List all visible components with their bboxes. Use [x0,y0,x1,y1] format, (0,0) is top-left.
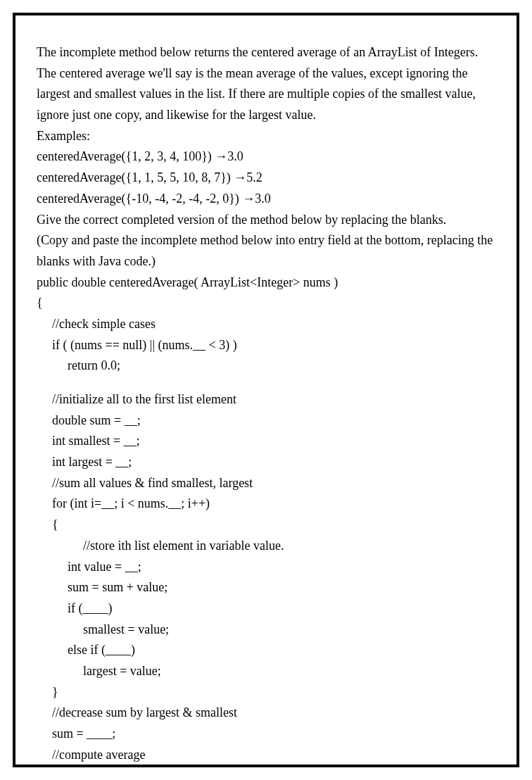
method-signature: public double centeredAverage( ArrayList… [37,272,495,294]
code-sum-init: double sum = __; [37,410,495,432]
code-for-close: } [37,682,495,703]
examples-label: Examples: [37,126,495,147]
code-comment-average: //compute average [37,745,495,766]
code-comment-decrease: //decrease sum by largest & smallest [37,703,495,724]
page: The incomplete method below returns the … [0,0,532,780]
document-frame: The incomplete method below returns the … [13,13,519,767]
example-1: centeredAverage({1, 2, 3, 4, 100}) →3.0 [37,146,495,168]
code-sum-decrease: sum = ____; [37,724,495,745]
code-comment-store: //store ith list element in variable val… [37,536,495,557]
code-if-smallest: if (____) [37,598,495,619]
code-comment-sum: //sum all values & find smallest, larges… [37,473,495,494]
blank-line [37,377,495,389]
code-sum-add: sum = sum + value; [37,577,495,598]
example-3: centeredAverage({-10, -4, -2, -4, -2, 0}… [37,189,495,210]
code-if-null: if ( (nums == null) || (nums.__ < 3) ) [37,335,495,356]
open-brace: { [37,293,495,314]
code-set-largest: largest = value; [37,661,495,682]
code-comment-init: //initialize all to the first list eleme… [37,389,495,410]
code-largest-init: int largest = __; [37,452,495,473]
code-value: int value = __; [37,557,495,578]
code-elseif-largest: else if (____) [37,640,495,661]
code-set-smallest: smallest = value; [37,619,495,641]
code-return-zero: return 0.0; [37,356,495,377]
instruction-line-1: Give the correct completed version of th… [37,210,495,231]
problem-description: The incomplete method below returns the … [37,42,495,126]
example-2: centeredAverage({1, 1, 5, 5, 10, 8, 7}) … [37,168,495,189]
instruction-line-2: (Copy and paste the incomplete method be… [37,230,495,272]
code-for-open: { [37,515,495,536]
code-smallest-init: int smallest = __; [37,431,495,452]
code-return: return ( sum / (____) ); [37,765,495,767]
code-for-loop: for (int i=__; i < nums.__; i++) [37,493,495,515]
code-comment-check: //check simple cases [37,314,495,335]
